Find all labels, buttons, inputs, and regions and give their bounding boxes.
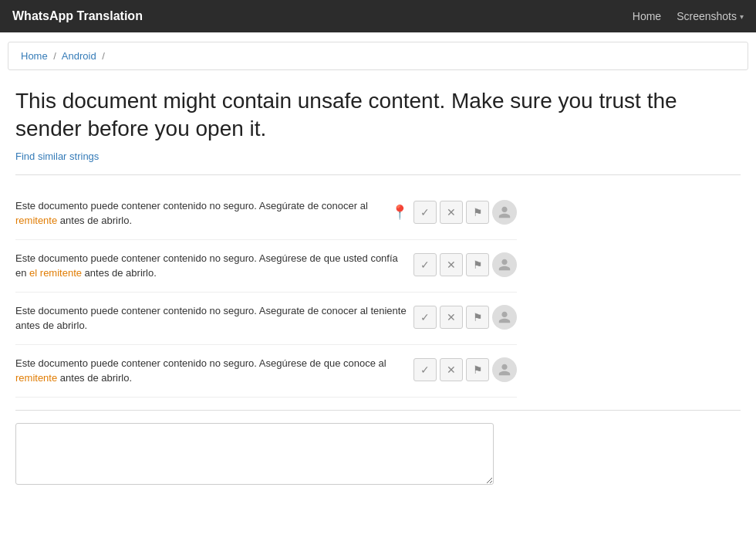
reject-button-2[interactable]: ✕ bbox=[440, 253, 463, 276]
translation-actions-1: 📍 ✓ ✕ ⚑ bbox=[389, 198, 517, 225]
translation-list: Este documento puede contener contenido … bbox=[15, 188, 517, 398]
reject-button-4[interactable]: ✕ bbox=[440, 358, 463, 381]
avatar-4 bbox=[492, 357, 517, 382]
navbar-links: Home Screenshots ▾ bbox=[633, 10, 744, 22]
translation-row: Este documento puede contener contenido … bbox=[15, 188, 517, 240]
approved-icon: 📍 bbox=[389, 201, 410, 223]
approve-button-2[interactable]: ✓ bbox=[413, 253, 437, 276]
translation-text-1: Este documento puede contener contenido … bbox=[15, 198, 383, 228]
translation-text-3: Este documento puede contener contenido … bbox=[15, 303, 407, 333]
nav-screenshots-dropdown[interactable]: Screenshots ▾ bbox=[677, 10, 744, 22]
translation-row: Este documento puede contener contenido … bbox=[15, 240, 517, 293]
find-similar-link[interactable]: Find similar strings bbox=[15, 151, 99, 162]
translation-actions-2: ✓ ✕ ⚑ bbox=[413, 251, 517, 277]
navbar: WhatsApp Translation Home Screenshots ▾ bbox=[0, 0, 756, 32]
translation-actions-4: ✓ ✕ ⚑ bbox=[413, 356, 517, 382]
navbar-brand: WhatsApp Translation bbox=[12, 9, 633, 23]
translation-text-2: Este documento puede contener contenido … bbox=[15, 251, 407, 281]
translation-row: Este documento puede contener contenido … bbox=[15, 293, 517, 345]
breadcrumb-sep-2: / bbox=[102, 50, 105, 62]
dropdown-arrow-icon: ▾ bbox=[740, 12, 744, 21]
suggestion-textarea[interactable] bbox=[15, 423, 494, 485]
breadcrumb-android[interactable]: Android bbox=[62, 50, 96, 62]
avatar-1 bbox=[492, 200, 517, 225]
flag-button-2[interactable]: ⚑ bbox=[466, 253, 489, 276]
page-title: This document might contain unsafe conte… bbox=[15, 87, 741, 144]
avatar-2 bbox=[492, 252, 517, 277]
reject-button-1[interactable]: ✕ bbox=[440, 201, 463, 224]
flag-button-3[interactable]: ⚑ bbox=[466, 306, 489, 329]
nav-screenshots-label: Screenshots bbox=[677, 10, 737, 22]
reject-button-3[interactable]: ✕ bbox=[440, 306, 463, 329]
approve-button-3[interactable]: ✓ bbox=[413, 306, 437, 329]
suggestion-area bbox=[15, 423, 741, 487]
approve-button-1[interactable]: ✓ bbox=[413, 201, 437, 224]
flag-button-4[interactable]: ⚑ bbox=[466, 358, 489, 381]
approve-button-4[interactable]: ✓ bbox=[413, 358, 437, 381]
avatar-3 bbox=[492, 305, 517, 330]
main-content: This document might contain unsafe conte… bbox=[0, 80, 756, 502]
flag-button-1[interactable]: ⚑ bbox=[466, 201, 489, 224]
translation-row: Este documento puede contener contenido … bbox=[15, 345, 517, 398]
breadcrumb: Home / Android / bbox=[8, 42, 748, 70]
nav-home-link[interactable]: Home bbox=[633, 10, 661, 22]
breadcrumb-home[interactable]: Home bbox=[21, 50, 48, 62]
translation-text-4: Este documento puede contener contenido … bbox=[15, 356, 407, 386]
translation-actions-3: ✓ ✕ ⚑ bbox=[413, 303, 517, 330]
breadcrumb-sep-1: / bbox=[53, 50, 56, 62]
bottom-divider bbox=[15, 410, 741, 411]
section-divider bbox=[15, 174, 741, 175]
